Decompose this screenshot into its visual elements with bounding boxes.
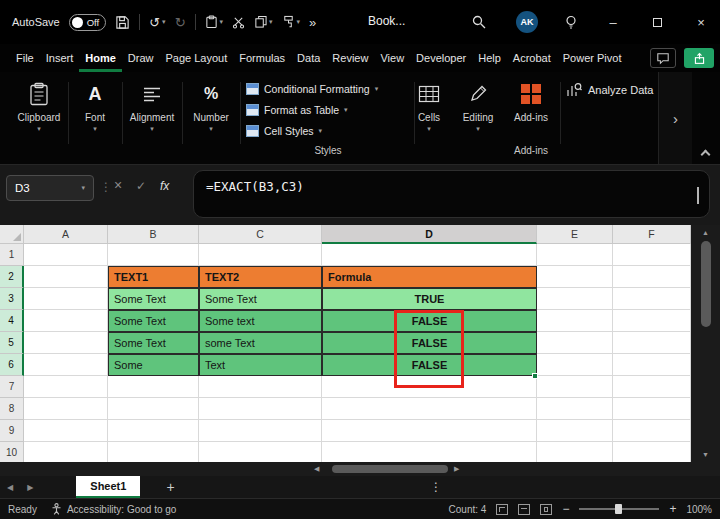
add-sheet-button[interactable]: + bbox=[166, 479, 174, 495]
cell-B8[interactable] bbox=[108, 398, 199, 420]
cell-E10[interactable] bbox=[537, 442, 613, 462]
ribbon-group-font[interactable]: A Font ▾ bbox=[72, 79, 118, 133]
cell-E1[interactable] bbox=[537, 244, 613, 266]
menu-tab-help[interactable]: Help bbox=[472, 44, 507, 72]
cell-F10[interactable] bbox=[613, 442, 691, 462]
cell-D7[interactable] bbox=[322, 376, 537, 398]
search-button[interactable] bbox=[466, 0, 492, 44]
cell-F9[interactable] bbox=[613, 420, 691, 442]
comments-button[interactable] bbox=[650, 48, 676, 68]
ribbon-group-clipboard[interactable]: Clipboard ▾ bbox=[14, 79, 64, 133]
cell-C3[interactable]: Some Text bbox=[199, 288, 322, 310]
column-header-E[interactable]: E bbox=[537, 225, 613, 244]
row-header-3[interactable]: 3 bbox=[0, 288, 24, 310]
column-header-B[interactable]: B bbox=[108, 225, 199, 244]
cell-A3[interactable] bbox=[24, 288, 108, 310]
cell-D2[interactable]: Formula bbox=[322, 266, 537, 288]
cell-F5[interactable] bbox=[613, 332, 691, 354]
accessibility-status[interactable]: Accessibility: Good to go bbox=[51, 503, 177, 515]
row-header-8[interactable]: 8 bbox=[0, 398, 24, 420]
normal-view-button[interactable] bbox=[496, 504, 508, 515]
column-header-F[interactable]: F bbox=[613, 225, 691, 244]
paste-button[interactable]: ▾ bbox=[205, 15, 224, 29]
cell-D3[interactable]: TRUE bbox=[322, 288, 537, 310]
column-header-D[interactable]: D bbox=[322, 225, 537, 244]
menu-tab-acrobat[interactable]: Acrobat bbox=[507, 44, 557, 72]
cell-C8[interactable] bbox=[199, 398, 322, 420]
menu-tab-view[interactable]: View bbox=[374, 44, 410, 72]
vertical-scrollbar[interactable]: ▲ ▼ bbox=[691, 225, 720, 462]
row-header-1[interactable]: 1 bbox=[0, 244, 24, 266]
cell-A9[interactable] bbox=[24, 420, 108, 442]
horizontal-scrollbar[interactable]: ◀ ▶ bbox=[0, 462, 720, 476]
cell-C10[interactable] bbox=[199, 442, 322, 462]
cell-B9[interactable] bbox=[108, 420, 199, 442]
cell-F6[interactable] bbox=[613, 354, 691, 376]
cell-B5[interactable]: Some Text bbox=[108, 332, 199, 354]
row-header-6[interactable]: 6 bbox=[0, 354, 24, 376]
cell-E6[interactable] bbox=[537, 354, 613, 376]
cell-B3[interactable]: Some Text bbox=[108, 288, 199, 310]
cell-A6[interactable] bbox=[24, 354, 108, 376]
menu-tab-insert[interactable]: Insert bbox=[40, 44, 80, 72]
ribbon-group-cells[interactable]: Cells ▾ bbox=[406, 79, 452, 133]
cell-F3[interactable] bbox=[613, 288, 691, 310]
cell-A10[interactable] bbox=[24, 442, 108, 462]
maximize-button[interactable] bbox=[644, 0, 670, 44]
scroll-left-icon[interactable]: ◀ bbox=[314, 465, 319, 473]
close-button[interactable]: × bbox=[688, 0, 714, 44]
more-commands-button[interactable]: » bbox=[309, 15, 316, 30]
cell-C1[interactable] bbox=[199, 244, 322, 266]
previous-sheet-button[interactable]: ◀ bbox=[0, 483, 20, 492]
next-sheet-button[interactable]: ▶ bbox=[20, 483, 40, 492]
cell-E4[interactable] bbox=[537, 310, 613, 332]
cell-B10[interactable] bbox=[108, 442, 199, 462]
menu-tab-review[interactable]: Review bbox=[326, 44, 374, 72]
cell-A2[interactable] bbox=[24, 266, 108, 288]
formula-input[interactable]: =EXACT(B3,C3) bbox=[193, 170, 710, 218]
insert-function-button[interactable]: fx bbox=[160, 179, 169, 193]
ribbon-group-editing[interactable]: Editing ▾ bbox=[455, 79, 501, 133]
column-header-A[interactable]: A bbox=[24, 225, 108, 244]
cell-B6[interactable]: Some bbox=[108, 354, 199, 376]
cell-B7[interactable] bbox=[108, 376, 199, 398]
save-button[interactable] bbox=[115, 15, 130, 30]
cell-C2[interactable]: TEXT2 bbox=[199, 266, 322, 288]
zoom-in-button[interactable]: + bbox=[669, 502, 676, 516]
cell-A7[interactable] bbox=[24, 376, 108, 398]
sheet-options-icon[interactable]: ⋮ bbox=[430, 480, 442, 494]
addins-button[interactable]: Add-ins bbox=[506, 79, 556, 123]
scroll-up-icon[interactable]: ▲ bbox=[702, 229, 709, 236]
share-button[interactable] bbox=[684, 48, 714, 68]
menu-tab-formulas[interactable]: Formulas bbox=[233, 44, 291, 72]
tips-button[interactable] bbox=[558, 0, 584, 44]
cell-A8[interactable] bbox=[24, 398, 108, 420]
collapse-ribbon-button[interactable] bbox=[698, 146, 712, 158]
zoom-out-button[interactable]: − bbox=[562, 502, 569, 516]
ribbon-overflow-button[interactable]: › bbox=[658, 72, 692, 164]
row-header-5[interactable]: 5 bbox=[0, 332, 24, 354]
cell-B4[interactable]: Some Text bbox=[108, 310, 199, 332]
cell-F2[interactable] bbox=[613, 266, 691, 288]
cell-C5[interactable]: some Text bbox=[199, 332, 322, 354]
cell-E2[interactable] bbox=[537, 266, 613, 288]
cell-C7[interactable] bbox=[199, 376, 322, 398]
cell-F8[interactable] bbox=[613, 398, 691, 420]
row-header-7[interactable]: 7 bbox=[0, 376, 24, 398]
cell-C4[interactable]: Some text bbox=[199, 310, 322, 332]
ribbon-button-format-as-table[interactable]: Format as Table▾ bbox=[246, 99, 410, 120]
zoom-slider[interactable] bbox=[579, 508, 659, 510]
menu-tab-page-layout[interactable]: Page Layout bbox=[159, 44, 233, 72]
menu-tab-draw[interactable]: Draw bbox=[122, 44, 160, 72]
ribbon-button-cell-styles[interactable]: Cell Styles▾ bbox=[246, 120, 410, 141]
cell-A5[interactable] bbox=[24, 332, 108, 354]
cell-C9[interactable] bbox=[199, 420, 322, 442]
horizontal-scroll-thumb[interactable] bbox=[332, 465, 448, 473]
menu-tab-data[interactable]: Data bbox=[291, 44, 326, 72]
cell-D9[interactable] bbox=[322, 420, 537, 442]
cell-D6[interactable]: FALSE bbox=[322, 354, 537, 376]
row-header-2[interactable]: 2 bbox=[0, 266, 24, 288]
row-header-10[interactable]: 10 bbox=[0, 442, 24, 462]
cancel-entry-button[interactable]: × bbox=[114, 177, 122, 193]
cell-B2[interactable]: TEXT1 bbox=[108, 266, 199, 288]
